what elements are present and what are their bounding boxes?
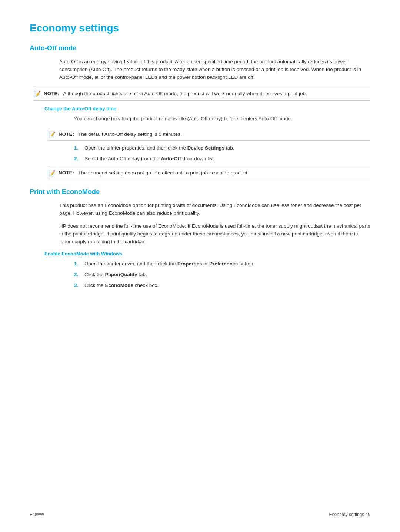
note-icon: 📝	[33, 90, 41, 97]
auto-off-mode-title: Auto-Off mode	[30, 44, 370, 52]
default-delay-note: 📝 NOTE: The default Auto-Off delay setti…	[48, 128, 370, 141]
auto-off-step-2: 2. Select the Auto-Off delay from the Au…	[74, 155, 370, 163]
econoMode-body-2: HP does not recommend the full-time use …	[59, 222, 370, 246]
page-footer: ENWW Economy settings 49	[30, 512, 370, 517]
auto-off-note-text: Although the product lights are off in A…	[63, 91, 307, 96]
auto-off-note-label: NOTE:	[44, 91, 59, 96]
default-delay-note-content: NOTE: The default Auto-Off delay setting…	[59, 131, 182, 138]
default-delay-note-label: NOTE:	[59, 131, 74, 137]
step-2-number: 2.	[74, 155, 84, 163]
econoMode-step-3: 3. Click the EconoMode check box.	[74, 282, 370, 290]
changed-setting-note: 📝 NOTE: The changed setting does not go …	[48, 167, 370, 179]
econoMode-section: Print with EconoMode This product has an…	[30, 188, 370, 289]
auto-off-note: 📝 NOTE: Although the product lights are …	[33, 87, 370, 101]
auto-off-body: Auto-Off is an energy-saving feature of …	[59, 58, 370, 81]
auto-off-step-1: 1. Open the printer properties, and then…	[74, 144, 370, 152]
changed-setting-note-label: NOTE:	[59, 170, 74, 175]
enable-econoMode-subsection: Enable EconoMode with Windows 1. Open th…	[44, 251, 370, 290]
footer-left: ENWW	[30, 512, 44, 517]
enable-econoMode-title: Enable EconoMode with Windows	[44, 251, 370, 257]
auto-off-mode-section: Auto-Off mode Auto-Off is an energy-savi…	[30, 44, 370, 179]
econoMode-step-2-number: 2.	[74, 271, 84, 279]
auto-off-steps: 1. Open the printer properties, and then…	[74, 144, 370, 163]
footer-right: Economy settings 49	[329, 512, 370, 517]
econoMode-step-1-number: 1.	[74, 260, 84, 268]
econoMode-step-3-number: 3.	[74, 282, 84, 290]
econoMode-step-2-text: Click the Paper/Quality tab.	[84, 271, 370, 279]
auto-off-note-content: NOTE: Although the product lights are of…	[44, 90, 307, 97]
changed-setting-note-text: The changed setting does not go into eff…	[78, 170, 249, 175]
default-delay-note-text: The default Auto-Off delay setting is 5 …	[78, 131, 182, 137]
econoMode-body-1: This product has an EconoMode option for…	[59, 202, 370, 217]
step-1-text: Open the printer properties, and then cl…	[84, 144, 370, 152]
page-title: Economy settings	[30, 22, 370, 34]
changed-setting-note-content: NOTE: The changed setting does not go in…	[59, 169, 249, 177]
econoMode-step-1-text: Open the printer driver, and then click …	[84, 260, 370, 268]
change-auto-off-title: Change the Auto-Off delay time	[44, 106, 370, 111]
step-2-text: Select the Auto-Off delay from the Auto-…	[84, 155, 370, 163]
econoMode-title: Print with EconoMode	[30, 188, 370, 196]
econoMode-step-1: 1. Open the printer driver, and then cli…	[74, 260, 370, 268]
econoMode-step-3-text: Click the EconoMode check box.	[84, 282, 370, 290]
econoMode-steps: 1. Open the printer driver, and then cli…	[74, 260, 370, 290]
step-1-number: 1.	[74, 144, 84, 152]
econoMode-step-2: 2. Click the Paper/Quality tab.	[74, 271, 370, 279]
change-auto-off-subsection: Change the Auto-Off delay time You can c…	[44, 106, 370, 179]
change-auto-off-body: You can change how long the product rema…	[74, 115, 370, 123]
note-icon-3: 📝	[48, 170, 56, 177]
note-icon-2: 📝	[48, 131, 56, 138]
